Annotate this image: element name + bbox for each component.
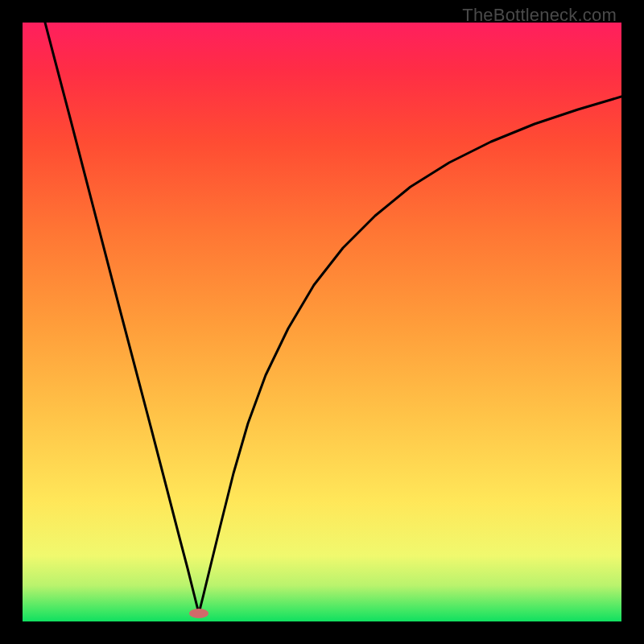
- plot-area: [23, 23, 621, 621]
- watermark-text: TheBottleneck.com: [462, 5, 617, 26]
- curve-layer: [23, 23, 621, 621]
- chart-frame: TheBottleneck.com: [0, 0, 644, 644]
- bottleneck-curve: [45, 23, 621, 613]
- minimum-marker: [189, 609, 208, 618]
